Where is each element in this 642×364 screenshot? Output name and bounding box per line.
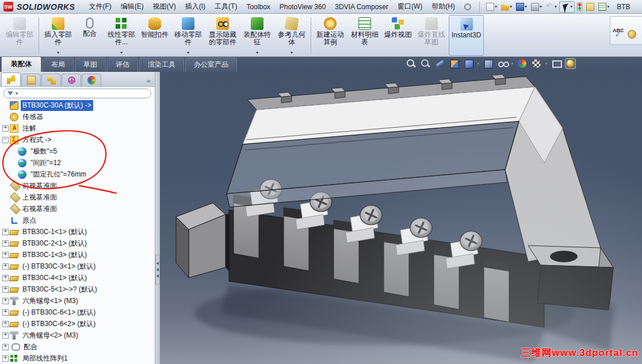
dropdown-arrow-icon[interactable]: ▾: [57, 51, 59, 55]
undo-button[interactable]: ▾: [544, 2, 559, 12]
tree-item-eq-mount-hole[interactable]: "固定孔位"=76mm: [0, 168, 155, 180]
menu-item-i[interactable]: 插入(I): [181, 0, 210, 13]
panel-collapse-handle[interactable]: [155, 255, 160, 285]
menu-item-toolbox[interactable]: Toolbox: [242, 1, 274, 13]
panel-tab-configuration-manager[interactable]: [41, 74, 61, 86]
open-button[interactable]: ▾: [499, 2, 514, 12]
menu-item-v[interactable]: 视图(V): [148, 0, 181, 13]
dropdown-arrow-icon[interactable]: ▾: [187, 51, 189, 55]
select-arrow-button[interactable]: ▾: [559, 1, 575, 13]
ribbon-button-bill-of-materials[interactable]: 材料明细表: [347, 15, 382, 56]
ribbon-button-mate[interactable]: 配合: [75, 15, 104, 56]
tab-render-tools[interactable]: 渲染工具: [139, 58, 184, 72]
previous-view-icon[interactable]: [434, 58, 445, 69]
zoom-fit-icon[interactable]: [406, 58, 416, 69]
dropdown-arrow-icon[interactable]: ▾: [525, 4, 527, 9]
tree-item-root[interactable]: BTB30C-30A (默认) ->: [0, 99, 155, 111]
menu-item-t[interactable]: 工具(T): [210, 0, 242, 13]
panel-tabs-overflow-icon[interactable]: »: [143, 77, 154, 86]
tree-item-btb30c-6-1[interactable]: (-) BTB30C-6<1> (默认): [0, 306, 155, 318]
menu-item-w[interactable]: 窗口(W): [393, 0, 427, 13]
graphics-viewport[interactable]: 三维网www.3dportal.cn: [160, 72, 642, 364]
measure-icon[interactable]: [628, 30, 636, 39]
dropdown-arrow-icon[interactable]: ▾: [291, 51, 293, 55]
tree-item-btb30c-6-2[interactable]: (-) BTB30C-6<2> (默认): [0, 318, 155, 329]
expand-toggle[interactable]: [2, 240, 9, 247]
tab-sketch[interactable]: 草图: [75, 58, 106, 72]
panel-tab-feature-manager[interactable]: [1, 72, 21, 86]
apply-scene-icon[interactable]: [531, 58, 542, 69]
ribbon-button-exploded-view[interactable]: 爆炸视图: [382, 15, 414, 56]
3d-model[interactable]: [160, 72, 642, 364]
save-button[interactable]: ▾: [514, 2, 529, 12]
dropdown-arrow-icon[interactable]: ▾: [570, 4, 572, 9]
ribbon-button-move-component[interactable]: 移动零部件▾: [171, 15, 205, 56]
task-list-button[interactable]: ▾: [597, 2, 611, 12]
expand-toggle[interactable]: [2, 263, 9, 270]
tree-item-local-pattern-1[interactable]: 局部线性阵列1: [0, 352, 155, 364]
print-button[interactable]: ▾: [529, 2, 544, 12]
view-orientation-icon[interactable]: [463, 58, 474, 69]
menu-item-h[interactable]: 帮助(H): [427, 0, 460, 13]
expand-toggle[interactable]: [2, 355, 9, 362]
tree-item-eq-poles[interactable]: "极数"=5: [0, 145, 155, 157]
tree-item-btb30c-1-1[interactable]: BTB30C-1<1> (默认): [0, 226, 155, 237]
tree-item-btb30c-3-1[interactable]: (-) BTB30C-3<1> (默认): [0, 260, 155, 272]
tree-item-equations[interactable]: 方程式 ->: [0, 134, 155, 145]
tree-item-hex-nut-2[interactable]: 六角螺母<2> (M3): [0, 329, 155, 341]
ribbon-button-instant3d[interactable]: Instant3D: [449, 15, 484, 56]
edit-appearance-icon[interactable]: [517, 58, 528, 69]
tree-item-btb30c-2-1[interactable]: BTB30C-2<1> (默认): [0, 237, 155, 249]
file-properties-button[interactable]: [584, 2, 596, 12]
tree-item-mates[interactable]: 配合: [0, 341, 155, 352]
expand-toggle[interactable]: [2, 321, 9, 327]
dropdown-arrow-icon[interactable]: ▾: [256, 51, 258, 55]
tree-item-origin[interactable]: 原点: [0, 214, 155, 226]
menu-item-photoview-360[interactable]: PhotoView 360: [275, 1, 331, 13]
ribbon-button-motion-study[interactable]: 新建运动算例: [313, 15, 347, 56]
dropdown-arrow-icon[interactable]: ▾: [607, 4, 609, 9]
expand-toggle[interactable]: [2, 298, 9, 304]
dropdown-arrow-icon[interactable]: ▾: [540, 4, 542, 9]
tree-item-hex-nut-1[interactable]: 六角螺母<1> (M3): [0, 295, 155, 306]
tree-item-top-plane[interactable]: 上视基准面: [0, 191, 155, 203]
tab-office-products[interactable]: 办公室产品: [185, 58, 237, 72]
ribbon-button-reference-geometry[interactable]: 参考几何体▾: [274, 15, 309, 56]
tree-item-annotations[interactable]: 注解: [0, 122, 155, 134]
expand-toggle[interactable]: [2, 275, 9, 281]
menu-item-e[interactable]: 编辑(E): [116, 0, 148, 13]
dropdown-arrow-icon[interactable]: ▾: [120, 51, 123, 55]
tab-assembly[interactable]: 装配体: [1, 56, 41, 72]
ribbon-button-smart-fasteners[interactable]: 智能扣件: [139, 15, 171, 56]
zoom-area-icon[interactable]: [420, 58, 431, 69]
tab-layout[interactable]: 布局: [43, 58, 74, 72]
filter-dropdown-icon[interactable]: ▾: [16, 91, 18, 96]
ribbon-button-edit-component[interactable]: 编辑零部件: [2, 15, 37, 56]
ribbon-button-linear-pattern[interactable]: 线性零部件...▾: [104, 15, 139, 56]
menu-item-3dvia-composer[interactable]: 3DVIA Composer: [330, 1, 393, 13]
tree-item-eq-pitch[interactable]: "间距"=12: [0, 157, 155, 168]
menu-item-f[interactable]: 文件(F): [84, 0, 116, 13]
expand-toggle[interactable]: [2, 252, 9, 258]
tree-item-btb30c-1-3[interactable]: BTB30C-1<3> (默认): [0, 249, 155, 260]
section-view-icon[interactable]: [449, 58, 460, 69]
tree-item-front-plane[interactable]: 前视基准面: [0, 180, 155, 191]
dropdown-arrow-icon[interactable]: ▾: [495, 4, 497, 9]
spell-check-icon[interactable]: ABC: [613, 28, 624, 33]
panel-tab-dimxpert[interactable]: [62, 74, 81, 86]
panel-splitter[interactable]: [155, 72, 160, 364]
expand-toggle[interactable]: [2, 332, 9, 339]
new-document-button[interactable]: ▾: [484, 2, 499, 12]
tree-item-sensors[interactable]: 传感器: [0, 111, 155, 122]
tree-item-btb30c-5-1[interactable]: BTB30C-5<1>->? (默认): [0, 283, 155, 295]
tree-filter-input[interactable]: ▾: [3, 89, 151, 98]
dropdown-arrow-icon[interactable]: ▾: [555, 4, 557, 9]
view-settings-icon[interactable]: [551, 58, 561, 69]
ribbon-button-show-hidden[interactable]: 显示隐藏的零部件: [205, 15, 240, 56]
hide-show-items-icon[interactable]: [497, 58, 508, 69]
panel-tab-property-manager[interactable]: [21, 74, 41, 86]
tree-item-btb30c-4-1[interactable]: BTB30C-4<1> (默认): [0, 272, 155, 283]
pin-icon[interactable]: [464, 3, 471, 10]
expand-toggle[interactable]: [2, 137, 9, 143]
panel-tab-display-manager[interactable]: [82, 74, 101, 86]
